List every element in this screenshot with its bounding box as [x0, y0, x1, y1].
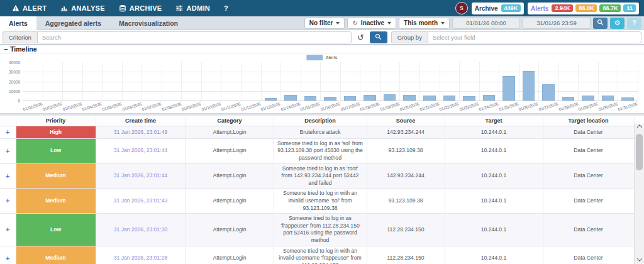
alerts-count-badge: 86.0K [575, 4, 597, 12]
search-icon [375, 33, 382, 42]
cell-target: 10.244.0.1 [445, 246, 543, 264]
nav-analyse[interactable]: ANALYSE [53, 0, 112, 16]
cell-create-time: 31 Jan 2026, 23:01:30 [96, 214, 186, 246]
timeline-bar[interactable] [523, 71, 535, 101]
archive-count-badge: 449K [501, 4, 521, 12]
expand-row-button[interactable]: + [0, 138, 16, 163]
filter-dropdown[interactable]: No filter [304, 18, 345, 29]
cell-create-time: 31 Jan 2026, 23:01:43 [96, 189, 186, 214]
expand-row-button[interactable]: + [0, 126, 16, 139]
column-header-create-time[interactable]: Create time [96, 116, 186, 126]
legend-label: Alerts [325, 55, 337, 60]
table-row: +High31 Jan 2026, 23:01:49Attempt.LoginB… [0, 126, 634, 139]
cell-create-time: 31 Jan 2026, 23:01:49 [96, 126, 186, 139]
expand-row-button[interactable]: + [0, 246, 16, 264]
archive-counter-label: Archive [475, 5, 498, 12]
cell-target: 10.244.0.1 [445, 126, 543, 139]
y-axis-tick-label: 30000 [1, 70, 20, 74]
collapse-icon[interactable]: − [4, 45, 8, 53]
column-header-target[interactable]: Target [445, 116, 543, 126]
timeline-bar[interactable] [562, 97, 575, 101]
timeline-bar[interactable] [542, 84, 555, 101]
y-axis-tick-label: 0 [1, 99, 20, 103]
nav-archive[interactable]: ARCHIVE [112, 0, 169, 16]
cell-target-location: Data Center [543, 126, 634, 139]
column-header-priority[interactable]: Priority [16, 116, 96, 126]
tab-alerts[interactable]: Alerts [0, 16, 36, 30]
expand-row-button[interactable]: + [0, 163, 16, 189]
timeline-bar[interactable] [284, 95, 297, 101]
timeline-bar[interactable] [384, 94, 396, 101]
timeline-bar[interactable] [423, 96, 436, 101]
cell-source: 142.93.234.244 [367, 126, 445, 139]
timeline-bar[interactable] [582, 96, 594, 101]
column-header-category[interactable]: Category [186, 116, 274, 126]
expand-row-button[interactable]: + [0, 189, 16, 214]
alerts-counter-pill[interactable]: Alerts 2.94K86.0K66.7K11 [528, 3, 639, 14]
timeline-bar[interactable] [463, 96, 475, 101]
nav-help[interactable]: ? [217, 0, 235, 16]
table-scrollbar[interactable] [634, 124, 644, 264]
tab-alerts-label: Alerts [9, 19, 28, 27]
column-header-source[interactable]: Source [367, 116, 445, 126]
expand-row-button[interactable]: + [0, 214, 16, 246]
timeline-bar[interactable] [443, 96, 456, 101]
table-body: +High31 Jan 2026, 23:01:49Attempt.LoginB… [0, 126, 634, 264]
criterion-group: Criterion [3, 31, 352, 43]
criterion-label: Criterion [3, 31, 37, 43]
table-row: +Medium31 Jan 2026, 23:01:44Attempt.Logi… [0, 163, 634, 189]
date-to-input[interactable] [523, 18, 591, 29]
group-by-label: Group by [391, 31, 428, 43]
timeline-title: Timeline [10, 45, 36, 53]
reset-criterion-button[interactable]: ↺ [355, 33, 366, 41]
timeline-bar[interactable] [403, 95, 416, 101]
column-header-target-location[interactable]: Target location [543, 116, 634, 126]
tab-macrovisualization[interactable]: Macrovisualization [110, 16, 187, 30]
nav-admin[interactable]: ADMIN [169, 0, 217, 16]
timeline-bar[interactable] [483, 95, 496, 101]
chevron-down-icon [387, 22, 391, 25]
column-header-description[interactable]: Description [274, 116, 367, 126]
legend-swatch [306, 55, 323, 60]
scrollbar-thumb[interactable] [636, 134, 643, 170]
cell-category: Attempt.Login [186, 163, 274, 189]
cell-target: 10.244.0.1 [445, 214, 543, 246]
cell-description: Someone tried to log in as 'frappeuser' … [274, 214, 367, 246]
timeline-chart: Alerts 01/01/202601/02/202601/03/202601/… [0, 53, 644, 114]
timeline-bar[interactable] [265, 98, 277, 101]
timeline-bar[interactable] [324, 97, 336, 101]
y-axis-tick-label: 20000 [1, 80, 20, 84]
filter-controls: No filter ↻ Inactive This month ⚙ ? [304, 18, 644, 29]
tab-aggregated-alerts[interactable]: Aggregated alerts [36, 16, 110, 30]
criterion-search-button[interactable] [370, 31, 387, 43]
timeline-bar[interactable] [364, 95, 376, 101]
timeline-bar[interactable] [602, 96, 614, 101]
period-dropdown[interactable]: This month [399, 18, 450, 29]
cell-description: Someone tried to log in with an invalid … [274, 246, 367, 264]
timeline-bar[interactable] [502, 76, 515, 101]
archive-counter-pill[interactable]: Archive 449K [472, 3, 524, 14]
criterion-search-input[interactable] [37, 31, 352, 43]
date-from-input[interactable] [452, 18, 520, 29]
timeline-bar[interactable] [304, 96, 317, 101]
nav-help-label: ? [224, 4, 228, 12]
period-dropdown-label: This month [404, 19, 438, 26]
chart-legend[interactable]: Alerts [306, 55, 337, 60]
nav-alert[interactable]: ALERT [5, 0, 53, 16]
cell-description: Bruteforce attack [274, 126, 367, 139]
timeline-bar[interactable] [621, 97, 634, 101]
timeline-bar[interactable] [344, 96, 357, 101]
cell-target-location: Data Center [543, 189, 634, 214]
user-avatar[interactable]: S [455, 2, 468, 14]
settings-button[interactable]: ⚙ [610, 18, 625, 29]
group-by-input[interactable] [428, 31, 641, 43]
cell-source: 93.123.109.38 [367, 189, 445, 214]
database-icon [119, 4, 126, 12]
cell-target: 10.244.0.1 [445, 138, 543, 163]
state-dropdown[interactable]: ↻ Inactive [347, 18, 396, 29]
apply-search-button[interactable] [593, 18, 608, 29]
help-button[interactable]: ? [627, 18, 641, 29]
scroll-up-arrow[interactable] [635, 124, 644, 133]
alerts-table: PriorityCreate timeCategoryDescriptionSo… [0, 116, 635, 264]
scroll-down-arrow[interactable] [635, 255, 644, 264]
